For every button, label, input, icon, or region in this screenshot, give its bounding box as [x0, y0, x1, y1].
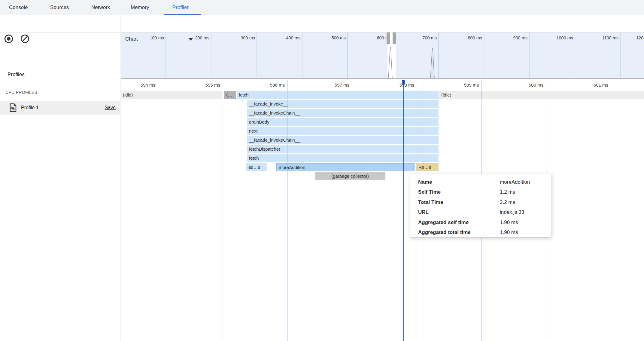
tab-network[interactable]: Network [91, 0, 110, 15]
flame-chart-pane: 100 ms200 ms300 ms400 ms500 ms600 ms700 … [121, 32, 644, 341]
ruler-gridline [158, 80, 158, 341]
flame-bar--facade-invokechain-[interactable]: __facade_invokeChain__ [247, 136, 439, 144]
clear-profiles-button[interactable] [20, 34, 30, 44]
tooltip-row: Aggregated total time1.90 ms [418, 228, 543, 238]
ruler-tick-label: 594 ms [141, 82, 155, 88]
profiler-toolbar: Chart [0, 15, 644, 32]
tab-console[interactable]: Console [9, 0, 28, 15]
tooltip-row: NamemoreAddition [418, 177, 543, 187]
view-mode-select[interactable]: Chart [125, 34, 138, 44]
chevron-down-icon[interactable] [188, 38, 193, 41]
tooltip-field-value: moreAddition [500, 179, 543, 185]
selection-handle-left[interactable] [387, 32, 390, 44]
ruler-tick-label: 601 ms [594, 82, 608, 88]
flame-bar-fetch[interactable]: fetch [247, 154, 439, 162]
tooltip-field-value: index.js:33 [500, 209, 543, 215]
ruler-gridline [223, 80, 223, 341]
flame-bar--idle-[interactable]: (idle) [121, 91, 222, 99]
profile-name: Profile 1 [21, 101, 39, 115]
devtools-tab-bar: ConsoleSourcesNetworkMemoryProfiler [0, 0, 644, 15]
flame-bar-next[interactable]: next [247, 127, 439, 135]
profiles-heading: Profiles [8, 72, 25, 78]
timeline-overview[interactable]: 100 ms200 ms300 ms400 ms500 ms600 ms700 … [121, 32, 644, 78]
profiles-sidebar: Profiles CPU PROFILES % Profile 1 Save [0, 32, 120, 341]
tooltip-row: URLindex.js:33 [418, 207, 543, 218]
playhead-line [403, 80, 404, 341]
tab-sources[interactable]: Sources [50, 0, 69, 15]
flame-bar-fetch[interactable]: fetch [237, 91, 439, 99]
flame-bar-moreaddition[interactable]: moreAddition [276, 163, 415, 171]
save-profile-link[interactable]: Save [105, 101, 116, 115]
flame-bar-re-e[interactable]: Re…e [416, 163, 439, 171]
view-mode-label: Chart [125, 36, 138, 42]
record-profile-button[interactable] [4, 34, 14, 44]
ruler-tick-label: 599 ms [464, 82, 479, 88]
tooltip-field-value: 1.90 ms [500, 229, 543, 235]
ruler-gridline [611, 80, 611, 341]
selection-handle-right[interactable] [393, 32, 396, 44]
ruler-tick-label: 595 ms [205, 82, 220, 88]
tooltip-field-value: 1.2 ms [500, 189, 543, 195]
sidebar-item-profile-1[interactable]: % Profile 1 Save [0, 101, 120, 115]
frame-details-tooltip: NamemoreAdditionSelf Time1.2 msTotal Tim… [410, 174, 551, 238]
devtools-profiler-panel: ConsoleSourcesNetworkMemoryProfiler Char… [0, 0, 644, 341]
tooltip-field-label: Self Time [418, 189, 500, 195]
overview-activity-spikes [121, 32, 644, 78]
tooltip-row: Total Time2.2 ms [418, 197, 543, 207]
ruler-tick-label: 598 ms [399, 82, 414, 88]
flame-bar--facade-invokechain-[interactable]: __facade_invokeChain__ [247, 109, 439, 117]
flame-bar-ad-s[interactable]: ad…s [246, 163, 267, 171]
tooltip-row: Aggregated self time1.90 ms [418, 217, 543, 228]
tab-profiler[interactable]: Profiler [172, 0, 189, 15]
tooltip-row: Self Time1.2 ms [418, 187, 543, 198]
ruler-tick-label: 600 ms [529, 82, 543, 88]
record-icon [4, 34, 14, 44]
flame-bar-fetchdispatcher[interactable]: fetchDispatcher [247, 145, 439, 153]
flame-bar--idle-[interactable]: (idle) [439, 91, 644, 99]
flame-bar--facade-invoke-[interactable]: __facade_invoke__ [247, 100, 439, 108]
clear-icon [20, 34, 30, 44]
tooltip-field-label: Aggregated total time [418, 229, 500, 235]
tab-memory[interactable]: Memory [131, 0, 149, 15]
active-tab-underline [164, 14, 201, 15]
svg-text:%: % [11, 106, 15, 111]
ruler-tick-label: 596 ms [270, 82, 285, 88]
tooltip-field-label: URL [418, 209, 500, 215]
flame-bar-drainbody[interactable]: drainBody [247, 118, 439, 126]
flame-bar--[interactable]: (… [224, 91, 236, 99]
flame-bar--garbage-collector-[interactable]: (garbage collector) [315, 172, 385, 180]
sidebar-divider [120, 15, 120, 341]
tooltip-field-label: Aggregated self time [418, 220, 500, 226]
tooltip-field-value: 1.90 ms [500, 220, 543, 226]
tooltip-field-label: Name [418, 179, 500, 185]
overview-bottom-border [121, 78, 644, 79]
profile-document-icon: % [9, 103, 17, 113]
cpu-profiles-section-label: CPU PROFILES [5, 90, 37, 95]
ruler-tick-label: 597 ms [335, 82, 349, 88]
tooltip-field-label: Total Time [418, 199, 500, 205]
tooltip-field-value: 2.2 ms [500, 199, 543, 205]
